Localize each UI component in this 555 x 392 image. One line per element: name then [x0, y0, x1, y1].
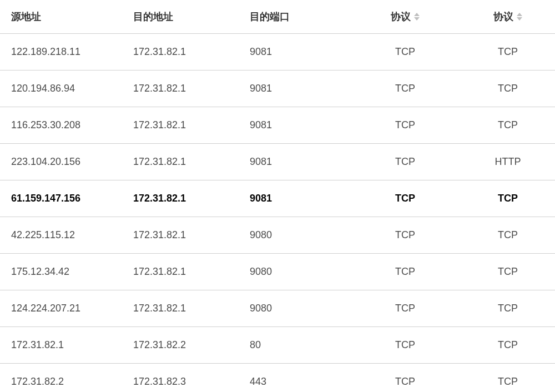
sort-icon[interactable] [414, 13, 420, 21]
header-source-addr[interactable]: 源地址 [0, 0, 122, 34]
cell-dest-port: 9081 [239, 107, 350, 144]
cell-dest-port: 443 [239, 364, 350, 393]
cell-source-addr: 42.225.115.12 [0, 217, 122, 254]
header-dest-addr[interactable]: 目的地址 [122, 0, 239, 34]
table-row[interactable]: 172.31.82.1172.31.82.280TCPTCP [0, 327, 555, 364]
sort-up-icon [517, 13, 522, 16]
cell-dest-port: 9081 [239, 71, 350, 107]
sort-icon[interactable] [517, 13, 522, 21]
cell-source-addr: 172.31.82.2 [0, 364, 122, 393]
cell-protocol1: TCP [350, 327, 455, 364]
cell-protocol2: TCP [455, 217, 555, 254]
cell-dest-port: 9080 [239, 290, 350, 327]
cell-protocol1: TCP [350, 144, 455, 180]
sort-down-icon [517, 17, 522, 21]
cell-dest-port: 9081 [239, 180, 350, 217]
sort-down-icon [414, 17, 420, 21]
cell-source-addr: 120.194.86.94 [0, 71, 122, 107]
cell-source-addr: 124.224.207.21 [0, 290, 122, 327]
cell-protocol1: TCP [350, 254, 455, 290]
table-row[interactable]: 42.225.115.12172.31.82.19080TCPTCP [0, 217, 555, 254]
sort-up-icon [414, 13, 420, 16]
cell-source-addr: 223.104.20.156 [0, 144, 122, 180]
cell-source-addr: 172.31.82.1 [0, 327, 122, 364]
cell-dest-port: 9080 [239, 217, 350, 254]
table-row[interactable]: 122.189.218.11172.31.82.19081TCPTCP [0, 34, 555, 71]
cell-dest-addr: 172.31.82.1 [122, 180, 239, 217]
cell-protocol2: TCP [455, 290, 555, 327]
table-row[interactable]: 175.12.34.42172.31.82.19080TCPTCP [0, 254, 555, 290]
cell-dest-addr: 172.31.82.2 [122, 327, 239, 364]
cell-source-addr: 175.12.34.42 [0, 254, 122, 290]
header-row: 源地址 目的地址 目的端口 协议 协议 [0, 0, 555, 34]
cell-protocol1: TCP [350, 71, 455, 107]
cell-protocol2: TCP [455, 71, 555, 107]
table-row[interactable]: 124.224.207.21172.31.82.19080TCPTCP [0, 290, 555, 327]
cell-protocol2: TCP [455, 327, 555, 364]
cell-protocol2: TCP [455, 254, 555, 290]
cell-dest-addr: 172.31.82.1 [122, 34, 239, 71]
cell-protocol1: TCP [350, 107, 455, 144]
cell-protocol1: TCP [350, 180, 455, 217]
cell-dest-port: 9081 [239, 144, 350, 180]
cell-dest-addr: 172.31.82.1 [122, 290, 239, 327]
table-row[interactable]: 223.104.20.156172.31.82.19081TCPHTTP [0, 144, 555, 180]
cell-dest-addr: 172.31.82.1 [122, 71, 239, 107]
cell-protocol1: TCP [350, 364, 455, 393]
cell-dest-addr: 172.31.82.1 [122, 254, 239, 290]
cell-protocol1: TCP [350, 290, 455, 327]
cell-dest-addr: 172.31.82.3 [122, 364, 239, 393]
table-row[interactable]: 61.159.147.156172.31.82.19081TCPTCP [0, 180, 555, 217]
cell-dest-port: 9081 [239, 34, 350, 71]
cell-dest-addr: 172.31.82.1 [122, 217, 239, 254]
table-row[interactable]: 172.31.82.2172.31.82.3443TCPTCP [0, 364, 555, 393]
cell-source-addr: 116.253.30.208 [0, 107, 122, 144]
cell-protocol2: TCP [455, 107, 555, 144]
cell-dest-port: 9080 [239, 254, 350, 290]
cell-source-addr: 61.159.147.156 [0, 180, 122, 217]
table-row[interactable]: 116.253.30.208172.31.82.19081TCPTCP [0, 107, 555, 144]
cell-dest-port: 80 [239, 327, 350, 364]
connections-table: 源地址 目的地址 目的端口 协议 协议 [0, 0, 555, 392]
cell-protocol2: TCP [455, 180, 555, 217]
header-dest-port[interactable]: 目的端口 [239, 0, 350, 34]
cell-dest-addr: 172.31.82.1 [122, 107, 239, 144]
cell-protocol1: TCP [350, 34, 455, 71]
table-body: 122.189.218.11172.31.82.19081TCPTCP120.1… [0, 34, 555, 393]
cell-protocol2: HTTP [455, 144, 555, 180]
cell-protocol1: TCP [350, 217, 455, 254]
header-protocol2-label: 协议 [493, 10, 513, 23]
table-row[interactable]: 120.194.86.94172.31.82.19081TCPTCP [0, 71, 555, 107]
cell-dest-addr: 172.31.82.1 [122, 144, 239, 180]
header-protocol1[interactable]: 协议 [350, 0, 455, 34]
header-protocol2[interactable]: 协议 [455, 0, 555, 34]
cell-protocol2: TCP [455, 364, 555, 393]
cell-source-addr: 122.189.218.11 [0, 34, 122, 71]
header-protocol1-label: 协议 [391, 10, 411, 23]
cell-protocol2: TCP [455, 34, 555, 71]
